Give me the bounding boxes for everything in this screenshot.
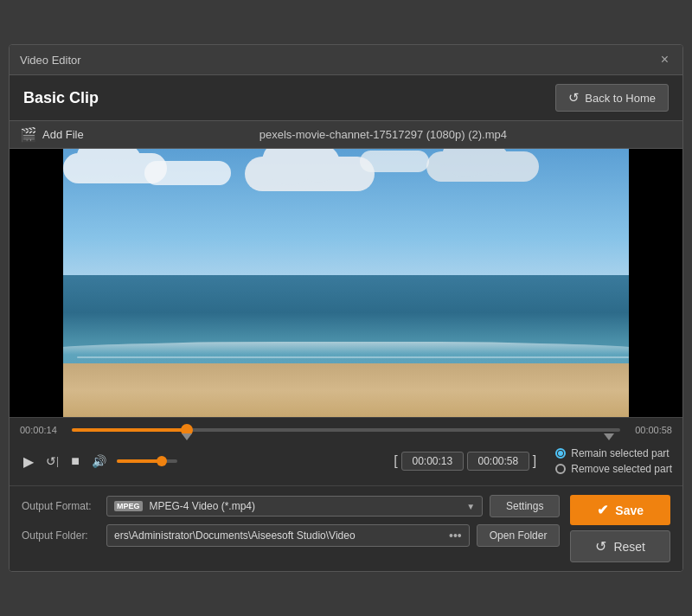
options-section: Remain selected part Remove selected par… (555, 447, 672, 475)
stop-button[interactable]: ■ (67, 452, 83, 471)
play-icon: ▶ (23, 453, 34, 470)
folder-label: Output Folder: (22, 529, 99, 542)
volume-thumb[interactable] (157, 456, 167, 466)
timeline-track[interactable] (72, 428, 620, 432)
cloud-3 (426, 151, 539, 182)
timeline-end-time: 00:00:58 (627, 425, 672, 435)
volume-filled (117, 459, 163, 463)
header-bar: Basic Clip ↺ Back to Home (10, 75, 682, 120)
beach-scene (10, 149, 682, 417)
play-button[interactable]: ▶ (20, 452, 37, 472)
loop-icon: ↺ (46, 454, 56, 468)
remain-radio[interactable] (555, 448, 566, 459)
start-time-input[interactable] (401, 452, 464, 471)
volume-track[interactable] (117, 459, 177, 463)
remove-radio[interactable] (555, 464, 566, 474)
controls-row: ▶ ↺ | ■ 🔊 [ (20, 447, 672, 478)
time-inputs: [ ] (394, 452, 536, 471)
reset-button[interactable]: ↺ Reset (570, 530, 670, 562)
settings-button[interactable]: Settings (490, 495, 560, 517)
remove-option[interactable]: Remove selected part (555, 463, 672, 475)
sand-bg (10, 363, 682, 417)
format-row: Output Format: MPEG MPEG-4 Video (*.mp4)… (22, 495, 560, 517)
remain-label: Remain selected part (571, 447, 669, 459)
title-bar: Video Editor × (10, 45, 682, 75)
wave-line-2 (77, 356, 629, 358)
save-check-icon: ✔ (597, 502, 608, 518)
add-file-icon: 🎬 (20, 126, 37, 143)
folder-input: ers\Administrator\Documents\Aiseesoft St… (106, 524, 470, 547)
bracket-end-button[interactable]: ] (533, 453, 536, 469)
volume-button[interactable]: 🔊 (88, 452, 110, 470)
timeline-row: 00:00:14 00:00:58 (20, 425, 672, 435)
trim-handle-right[interactable] (604, 433, 614, 440)
add-file-button[interactable]: 🎬 Add File (20, 126, 84, 143)
cloud-2 (245, 157, 375, 191)
save-label: Save (615, 504, 644, 517)
save-button[interactable]: ✔ Save (570, 495, 670, 525)
bracket-start-icon: [ (394, 453, 397, 468)
loop-brackets: | (56, 455, 59, 467)
bottom-section: Output Format: MPEG MPEG-4 Video (*.mp4)… (10, 485, 682, 571)
cloud-5 (360, 151, 429, 172)
format-icon: MPEG (114, 501, 143, 511)
close-button[interactable]: × (657, 52, 672, 67)
page-title: Basic Clip (23, 89, 99, 107)
remove-label: Remove selected part (571, 463, 672, 475)
format-label: Output Format: (22, 500, 99, 512)
action-buttons: ✔ Save ↺ Reset (570, 495, 670, 562)
folder-browse-icon[interactable]: ••• (449, 529, 462, 542)
bracket-end-icon: ] (533, 453, 536, 468)
toolbar: 🎬 Add File pexels-movie-channet-17517297… (10, 120, 682, 149)
reset-label: Reset (613, 540, 645, 554)
volume-slider[interactable] (117, 459, 177, 463)
timeline-section: 00:00:14 00:00:58 ▶ ↺ | ■ 🔊 (10, 417, 682, 485)
cloud-4 (144, 161, 231, 185)
format-value: MPEG-4 Video (*.mp4) (150, 500, 460, 512)
back-home-label: Back to Home (585, 92, 656, 105)
format-select[interactable]: MPEG MPEG-4 Video (*.mp4) ▼ (106, 496, 483, 517)
format-dropdown-icon: ▼ (466, 502, 475, 511)
bracket-start-button[interactable]: [ (394, 453, 397, 469)
window-title: Video Editor (20, 54, 81, 67)
add-file-label: Add File (42, 128, 84, 141)
back-home-button[interactable]: ↺ Back to Home (555, 84, 669, 112)
stop-icon: ■ (71, 453, 80, 469)
end-time-input[interactable] (467, 452, 529, 471)
reset-icon: ↺ (595, 538, 606, 555)
timeline-start-time: 00:00:14 (20, 425, 65, 435)
main-window: Video Editor × Basic Clip ↺ Back to Home… (9, 44, 683, 572)
folder-path: ers\Administrator\Documents\Aiseesoft St… (114, 529, 445, 542)
folder-row: Output Folder: ers\Administrator\Documen… (22, 524, 560, 547)
letterbox-right (629, 149, 682, 417)
volume-icon: 🔊 (92, 454, 106, 468)
current-file-name: pexels-movie-channet-17517297 (1080p) (2… (94, 128, 672, 141)
bottom-fields: Output Format: MPEG MPEG-4 Video (*.mp4)… (22, 495, 560, 562)
open-folder-button[interactable]: Open Folder (477, 524, 561, 547)
remain-option[interactable]: Remain selected part (555, 447, 672, 459)
video-preview (10, 149, 682, 417)
back-home-icon: ↺ (568, 90, 580, 106)
timeline-filled (72, 428, 187, 432)
letterbox-left (10, 149, 63, 417)
loop-button[interactable]: ↺ | (42, 452, 62, 470)
trim-handle-left[interactable] (182, 433, 192, 440)
bottom-row-wrap: Output Format: MPEG MPEG-4 Video (*.mp4)… (22, 495, 670, 562)
